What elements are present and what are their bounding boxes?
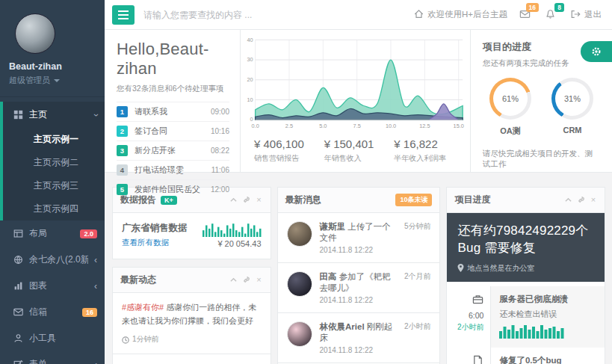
map-pin-icon — [457, 264, 464, 272]
th-large-icon — [13, 110, 23, 120]
todo-number-badge: 5 — [117, 184, 128, 195]
panel-tools: × — [230, 277, 263, 284]
message-sender[interactable]: 林依晨Ariel — [320, 322, 365, 331]
sales-chart-panel: 0102030400.02.55.07.510.012.515.0 ¥ 406,… — [240, 30, 471, 172]
latest-messages-title: 最新消息 — [285, 194, 321, 206]
column-left: 数据报告 K+ × 广东省销售数据 查看所有数据 ¥ 20 — [112, 187, 271, 364]
data-report-body: 广东省销售数据 查看所有数据 ¥ 20 054.43 — [113, 213, 271, 259]
sidebar-item-label: 表单 — [29, 358, 88, 364]
todo-item[interactable]: 3新分店开张08:22 — [117, 141, 229, 160]
close-icon[interactable]: × — [590, 197, 597, 204]
sidebar-subitem-home-1[interactable]: 主页示例一 — [3, 128, 105, 151]
timeline-item: 7:003小时前修复了0.5个bug重启服务 — [447, 348, 605, 364]
latest-activity-header: 最新动态 × — [113, 268, 271, 293]
sidebar-subitem-home-2[interactable]: 主页示例二 — [3, 151, 105, 174]
message-time: 5分钟前 — [404, 221, 431, 254]
todo-time: 09:00 — [211, 108, 229, 116]
sidebar-item-misc[interactable]: 余七余八(2.0新增)‹ — [0, 247, 105, 273]
wrench-icon[interactable] — [243, 277, 250, 284]
bell-badge: 8 — [554, 3, 564, 12]
logout-button[interactable]: 退出 — [570, 9, 602, 21]
sidebar-item-layouts[interactable]: 布局2.0 — [0, 220, 105, 247]
sidebar-item-label: 布局 — [29, 227, 74, 240]
todo-time: 08:22 — [211, 146, 229, 155]
message-sender[interactable]: 谦斯里 — [320, 222, 346, 231]
timeline-meta: 6:002小时前 — [447, 286, 490, 348]
project-progress-panel: 项目进度 × 还有约79842492229个Bug 需要修复 地点当然是在办公室… — [446, 187, 605, 364]
collapse-icon[interactable] — [564, 197, 572, 204]
close-icon[interactable]: × — [256, 277, 263, 284]
timeline-ago: 2小时前 — [447, 322, 483, 333]
todo-number-badge: 1 — [117, 106, 128, 117]
activity-list: #感谢有你# 感谢你们一路的相伴，未来也请让我为你们撑腰，我们会更好1分钟前@颜… — [113, 293, 271, 364]
sidebar-item-charts[interactable]: 图表‹ — [0, 273, 105, 299]
user-role-dropdown[interactable]: 超级管理员 — [9, 75, 96, 86]
sidebar-item-badge: 2.0 — [80, 229, 97, 238]
welcome-text: 欢迎使用H+后台主题 — [427, 9, 507, 20]
svg-text:10: 10 — [247, 97, 253, 102]
collapse-icon[interactable] — [230, 277, 238, 284]
sidebar-item-forms[interactable]: 表单‹ — [0, 351, 105, 364]
todo-time: 12:00 — [211, 185, 229, 194]
main-area: 欢迎使用H+后台主题 16 8 退出 Hello,Beaut-zihan 您有3… — [105, 0, 612, 364]
message-list: 谦斯里 上传了一个文件2014.11.8 12:225分钟前田高 参加了《耙耙去… — [278, 213, 440, 364]
sidebar-item-mailbox[interactable]: 信箱16 — [0, 299, 105, 325]
sidebar-submenu: 主页示例一主页示例二主页示例三主页示例四 — [3, 128, 105, 220]
bug-banner: 还有约79842492229个Bug 需要修复 地点当然是在办公室 — [447, 213, 605, 282]
message-item[interactable]: 田高 参加了《耙耙去哪儿》2014.11.8 12:222个月前 — [278, 263, 440, 313]
close-icon[interactable]: × — [256, 197, 263, 204]
sidebar-subitem-home-4[interactable]: 主页示例四 — [3, 197, 105, 220]
sidebar-item-label: 图表 — [29, 280, 88, 292]
wrench-icon[interactable] — [577, 197, 584, 204]
todo-time: 11:06 — [211, 166, 229, 174]
post-tag-link[interactable]: #感谢有你# — [122, 303, 164, 312]
avatar — [287, 321, 312, 347]
stat-item: ¥ 150,401年销售收入 — [324, 138, 387, 164]
wrench-icon[interactable] — [243, 197, 250, 204]
todo-text: 新分店开张 — [128, 145, 211, 156]
sidebar-item-label: 小工具 — [29, 332, 97, 345]
stat-item: ¥ 406,100销售营销报告 — [254, 138, 317, 164]
menu-toggle-button[interactable] — [112, 5, 135, 25]
layout-icon — [13, 229, 23, 238]
topbar-right: 欢迎使用H+后台主题 16 8 退出 — [413, 9, 602, 21]
search-input[interactable] — [143, 10, 404, 20]
sidebar-item-widgets[interactable]: 小工具 — [0, 325, 105, 351]
avatar — [287, 271, 312, 297]
stat-label: 年销售收入 — [324, 153, 387, 164]
mail-badge: 16 — [526, 3, 539, 12]
todo-item[interactable]: 1请联系我09:00 — [117, 102, 229, 121]
sidebar-group-layouts: 布局2.0 — [0, 220, 105, 247]
mail-icon[interactable]: 16 — [519, 9, 533, 21]
stat-value: ¥ 406,100 — [254, 138, 317, 150]
sidebar-subitem-home-3[interactable]: 主页示例三 — [3, 174, 105, 197]
todo-item[interactable]: 5发邮件给国民岳父12:00 — [117, 179, 229, 199]
message-date: 2014.11.8 12:22 — [320, 296, 397, 304]
timeline-title: 服务器已彻底崩溃 — [499, 294, 596, 305]
sidebar-item-home[interactable]: 主页‹ — [3, 102, 105, 128]
theme-settings-button[interactable] — [581, 41, 612, 62]
svg-text:40: 40 — [247, 37, 253, 43]
project-progress-title: 项目进度 — [454, 194, 490, 206]
message-sender[interactable]: 田高 — [320, 272, 337, 281]
envelope-icon — [13, 307, 23, 317]
message-item[interactable]: 谦斯里 上传了一个文件2014.11.8 12:225分钟前 — [278, 213, 440, 263]
welcome-link[interactable]: 欢迎使用H+后台主题 — [413, 9, 507, 21]
edit-icon — [13, 360, 23, 364]
view-all-data-link[interactable]: 查看所有数据 — [122, 238, 169, 248]
svg-text:7.5: 7.5 — [353, 123, 361, 129]
profile-section: Beaut-zihan 超级管理员 — [0, 0, 105, 97]
bell-icon[interactable]: 8 — [545, 9, 558, 21]
donut-percent: 31% — [555, 81, 590, 116]
todo-item[interactable]: 4打电话给璟雯11:06 — [117, 160, 229, 179]
todo-item[interactable]: 2签订合同10:16 — [117, 121, 229, 141]
chevron-icon: ‹ — [92, 114, 99, 117]
chevron-icon: ‹ — [94, 361, 97, 364]
collapse-icon[interactable] — [230, 197, 238, 204]
user-avatar[interactable] — [15, 13, 55, 54]
bar-chart-icon — [13, 281, 23, 291]
todo-list: 1请联系我09:002签订合同10:163新分店开张08:224打电话给璟雯11… — [117, 102, 229, 199]
post-meta: 1分钟前 — [122, 333, 262, 346]
stats-row: ¥ 406,100销售营销报告¥ 150,401年销售收入¥ 16,822半年收… — [244, 133, 467, 164]
message-item[interactable]: 林依晨Ariel 刚刚起床2014.11.8 12:222小时前 — [278, 313, 440, 363]
